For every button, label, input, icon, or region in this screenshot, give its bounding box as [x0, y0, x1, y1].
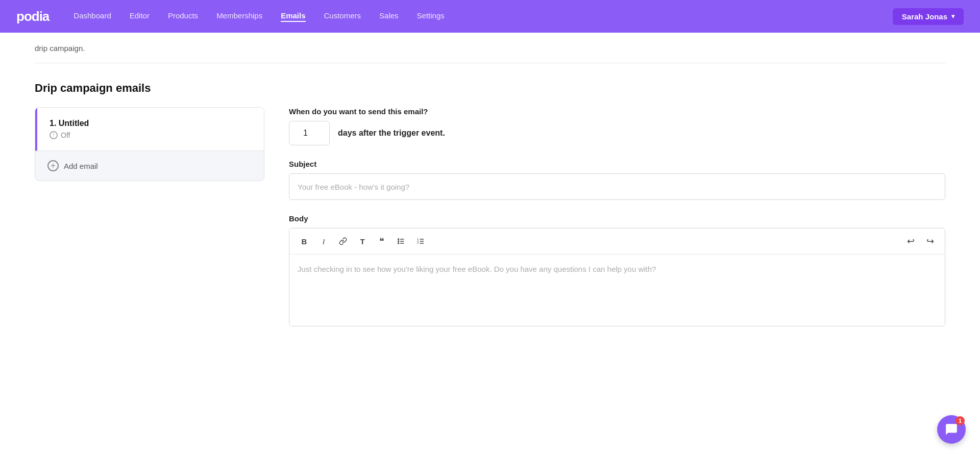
svg-point-4 [398, 241, 399, 242]
body-group: Body B I T ❝ [289, 214, 945, 326]
nav-customers[interactable]: Customers [324, 11, 361, 22]
page-content: drip campaign. Drip campaign emails 1. U… [0, 33, 980, 341]
user-name: Sarah Jonas [902, 12, 947, 21]
email-list-panel: 1. Untitled ! Off + Add email [35, 107, 264, 181]
nav-emails[interactable]: Emails [281, 11, 305, 22]
navbar: podia Dashboard Editor Products Membersh… [0, 0, 980, 33]
email-item-status: ! Off [50, 131, 252, 139]
ordered-list-button[interactable]: 1. 2. 3. [412, 233, 429, 250]
undo-button[interactable]: ↩ [902, 233, 919, 250]
timing-suffix: days after the trigger event. [338, 129, 445, 138]
chevron-down-icon: ▾ [951, 13, 954, 20]
link-button[interactable] [334, 233, 352, 250]
editor-container: B I T ❝ [289, 228, 945, 326]
nav-dashboard[interactable]: Dashboard [74, 11, 111, 22]
logo[interactable]: podia [16, 9, 49, 24]
nav-sales[interactable]: Sales [379, 11, 399, 22]
status-off-icon: ! [50, 131, 58, 139]
user-menu-button[interactable]: Sarah Jonas ▾ [893, 8, 964, 25]
redo-button[interactable]: ↪ [921, 233, 939, 250]
italic-button[interactable]: I [315, 233, 332, 250]
body-label: Body [289, 214, 945, 223]
text-style-button[interactable]: T [354, 233, 371, 250]
quote-button[interactable]: ❝ [373, 233, 390, 250]
editor-toolbar: B I T ❝ [289, 228, 945, 255]
nav-links: Dashboard Editor Products Memberships Em… [74, 11, 892, 22]
nav-editor[interactable]: Editor [130, 11, 150, 22]
add-email-row[interactable]: + Add email [35, 151, 264, 181]
drip-hint: drip campaign. [35, 33, 945, 63]
timing-input[interactable] [289, 121, 330, 145]
timing-row: days after the trigger event. [289, 121, 945, 145]
subject-group: Subject [289, 160, 945, 200]
svg-text:3.: 3. [417, 242, 419, 244]
body-editor[interactable]: Just checking in to see how you're likin… [289, 255, 945, 326]
section-title: Drip campaign emails [35, 82, 945, 95]
email-form: When do you want to send this email? day… [289, 107, 945, 341]
nav-products[interactable]: Products [168, 11, 198, 22]
timing-group: When do you want to send this email? day… [289, 107, 945, 145]
svg-point-5 [398, 243, 399, 244]
email-item[interactable]: 1. Untitled ! Off [35, 108, 264, 151]
bullet-list-button[interactable] [393, 233, 410, 250]
nav-settings[interactable]: Settings [417, 11, 445, 22]
nav-memberships[interactable]: Memberships [216, 11, 262, 22]
drip-layout: 1. Untitled ! Off + Add email When do yo… [35, 107, 945, 341]
timing-label: When do you want to send this email? [289, 107, 945, 116]
svg-point-3 [398, 239, 399, 240]
add-email-label: Add email [64, 162, 98, 170]
subject-label: Subject [289, 160, 945, 168]
status-label: Off [61, 131, 70, 139]
email-item-title: 1. Untitled [50, 119, 252, 128]
add-email-icon: + [47, 160, 59, 171]
subject-input[interactable] [289, 173, 945, 200]
bold-button[interactable]: B [296, 233, 313, 250]
